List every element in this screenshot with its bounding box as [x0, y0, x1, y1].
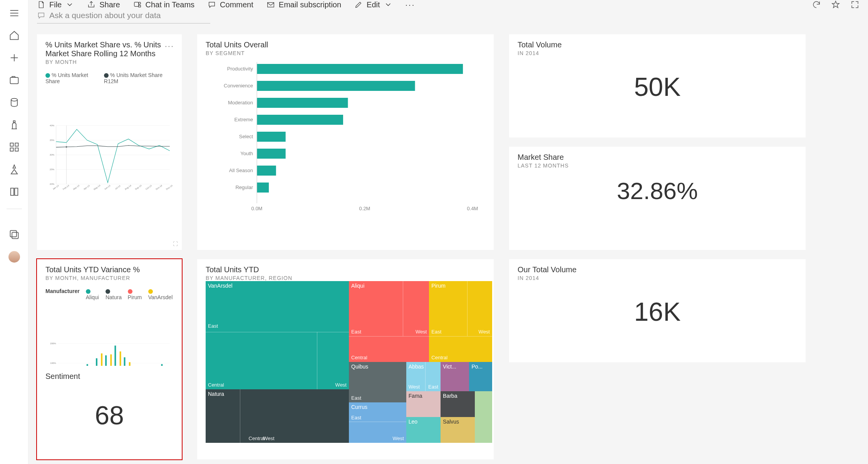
legend-item: % Units Market Share [45, 72, 88, 84]
card-title: Market Share [518, 153, 797, 162]
browse-icon[interactable] [9, 75, 20, 85]
email-subscription-button[interactable]: Email subscription [266, 0, 341, 9]
file-label: File [49, 0, 62, 9]
card-subtitle: IN 2014 [518, 275, 797, 281]
home-icon[interactable] [9, 30, 20, 41]
legend-title: Manufacturer [45, 288, 80, 300]
svg-rect-4 [10, 148, 13, 151]
tm-quibus[interactable]: QuibusEast [349, 362, 406, 402]
svg-rect-39 [257, 81, 415, 91]
workspaces-icon[interactable] [9, 229, 20, 240]
segment-bar-svg: ProductivityConvenienceModerationExtreme… [206, 56, 485, 218]
legend-item: Pirum [128, 294, 142, 300]
comment-label: Comment [220, 0, 253, 9]
svg-text:Oct-14: Oct-14 [145, 184, 152, 191]
card-sentiment[interactable]: Sentiment 68 [37, 366, 182, 454]
share-button[interactable]: Share [87, 0, 120, 9]
chat-teams-button[interactable]: Chat in Teams [133, 0, 194, 9]
add-icon[interactable] [9, 52, 20, 63]
svg-text:Convenience: Convenience [224, 83, 253, 89]
svg-text:Jun-14: Jun-14 [104, 184, 111, 191]
share-label: Share [99, 0, 120, 9]
avatar[interactable] [8, 251, 20, 263]
deployment-icon[interactable] [9, 164, 20, 175]
tm-po[interactable]: Po... [469, 362, 492, 391]
svg-text:0.0M: 0.0M [251, 206, 263, 211]
tm-natura[interactable]: Natura Central West [206, 389, 349, 443]
card-subtitle: BY MONTH [45, 59, 173, 65]
tm-pirum[interactable]: Pirum East West Central [429, 281, 492, 362]
svg-text:100%: 100% [50, 362, 56, 364]
legend-item: % Units Market Share R12M [104, 72, 163, 84]
svg-rect-2 [10, 143, 13, 146]
tm-leo[interactable]: Leo [406, 417, 441, 443]
svg-text:All Season: All Season [229, 168, 253, 173]
tm-fama[interactable]: Fama [406, 391, 441, 417]
svg-rect-10 [268, 3, 274, 7]
card-title: % Units Market Share vs. % Units Market … [45, 40, 173, 58]
learn-icon[interactable] [9, 186, 20, 197]
file-menu[interactable]: File [37, 0, 74, 9]
card-subtitle: BY MONTH, MANUFACTURER [45, 275, 173, 281]
card-title: Sentiment [45, 372, 173, 381]
svg-text:Aug-14: Aug-14 [124, 184, 132, 190]
legend-item: Natura [106, 294, 122, 300]
svg-text:200%: 200% [50, 342, 56, 345]
edit-label: Edit [367, 0, 380, 9]
fullscreen-icon[interactable] [850, 0, 860, 9]
svg-text:0.2M: 0.2M [359, 206, 370, 211]
tm-misc[interactable] [475, 391, 492, 443]
comment-button[interactable]: Comment [208, 0, 253, 9]
svg-text:25%: 25% [50, 168, 55, 171]
card-subtitle: LAST 12 MONTHS [518, 162, 797, 169]
svg-text:30%: 30% [50, 154, 55, 156]
data-hub-icon[interactable] [9, 97, 20, 108]
edit-button[interactable]: Edit [354, 0, 392, 9]
svg-text:20%: 20% [50, 183, 55, 185]
apps-icon[interactable] [9, 142, 20, 152]
tm-salvus[interactable]: Salvus [441, 417, 475, 443]
svg-rect-49 [257, 166, 276, 176]
card-line-chart[interactable]: ··· % Units Market Share vs. % Units Mar… [37, 34, 182, 250]
svg-text:Select: Select [239, 134, 253, 139]
card-title: Total Units YTD Variance % [45, 265, 173, 274]
favorite-icon[interactable] [831, 0, 840, 9]
focus-mode-icon[interactable]: ⛶ [173, 241, 178, 247]
tm-vanarsdel[interactable]: VanArsdel East Central West [206, 281, 349, 389]
card-value: 16K [518, 296, 797, 327]
svg-text:Jul-14: Jul-14 [114, 184, 121, 190]
svg-rect-7 [12, 232, 18, 238]
qa-input[interactable]: Ask a question about your data [37, 9, 210, 23]
card-treemap[interactable]: Total Units YTD BY MANUFACTURER, REGION … [197, 259, 494, 459]
left-navigation-rail [0, 0, 28, 464]
card-value: 68 [45, 400, 173, 430]
treemap-body: VanArsdel East Central West Natura Centr… [206, 281, 492, 443]
card-subtitle: IN 2014 [518, 50, 797, 56]
tm-abbas[interactable]: AbbasWestEast [406, 362, 441, 391]
tm-barba[interactable]: Barba [441, 391, 475, 417]
card-market-share[interactable]: Market Share LAST 12 MONTHS 32.86% [509, 147, 806, 250]
top-toolbar: File Share Chat in Teams Comment Email s… [28, 0, 868, 9]
refresh-icon[interactable] [812, 0, 821, 9]
svg-rect-3 [15, 143, 18, 146]
svg-text:Dec-14: Dec-14 [166, 184, 173, 190]
svg-text:0.4M: 0.4M [467, 206, 478, 211]
metrics-icon[interactable] [9, 119, 20, 130]
svg-rect-6 [10, 231, 16, 237]
svg-rect-45 [257, 132, 286, 142]
card-bar-segment[interactable]: Total Units Overall BY SEGMENT Productiv… [197, 34, 494, 250]
tile-options-icon[interactable]: ··· [165, 41, 174, 51]
more-options-button[interactable]: ··· [406, 0, 416, 9]
card-title: Total Volume [518, 40, 797, 49]
tm-aliqui[interactable]: Aliqui East West Central [349, 281, 429, 362]
legend: Manufacturer Aliqui Natura Pirum VanArsd… [45, 288, 173, 300]
svg-point-1 [11, 99, 17, 101]
tm-currus[interactable]: CurrusEastWest [349, 402, 406, 443]
card-our-total-volume[interactable]: Our Total Volume IN 2014 16K [509, 259, 806, 362]
tm-vict[interactable]: Vict... [441, 362, 469, 391]
card-total-volume[interactable]: Total Volume IN 2014 50K [509, 34, 806, 137]
menu-icon[interactable] [9, 8, 20, 18]
svg-rect-43 [257, 115, 343, 125]
svg-rect-47 [257, 149, 286, 159]
svg-rect-41 [257, 98, 348, 108]
